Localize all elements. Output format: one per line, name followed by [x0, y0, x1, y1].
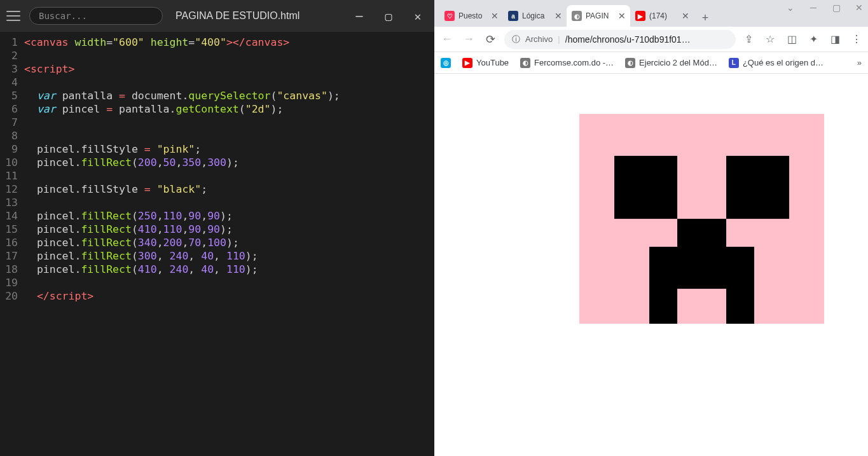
share-icon[interactable]: ⇪ [742, 33, 755, 45]
search-input[interactable]: Buscar... [29, 7, 163, 25]
code-content[interactable]: <canvas width="600" height="400"></canva… [22, 36, 434, 456]
forward-button[interactable]: → [461, 32, 476, 47]
browser-tab[interactable]: ▶(174)✕ [630, 5, 694, 27]
maximize-button[interactable]: ▢ [382, 10, 395, 23]
code-line [24, 169, 434, 183]
bookmark-favicon-icon: ◐ [520, 58, 530, 68]
bookmark-favicon-icon: L [729, 58, 739, 68]
tab-title: Lógica [522, 11, 550, 20]
code-line: pincel.fillRect(250,110,90,90); [24, 209, 434, 223]
tab-search-button[interactable]: ⌄ [784, 3, 797, 13]
code-line: </script> [24, 289, 434, 303]
tab-favicon-icon: ◐ [572, 11, 582, 21]
browser-toolbar: ← → ⟳ ⓘ Archivo | /home/chronos/u-710db9… [434, 27, 868, 52]
window-maximize-button[interactable]: ▢ [830, 3, 843, 13]
code-line [24, 49, 434, 62]
extension-icon[interactable]: ◫ [785, 33, 798, 45]
code-line [24, 276, 434, 289]
window-close-button[interactable]: ✕ [853, 3, 865, 13]
code-line: var pincel = pantalla.getContext("2d"); [24, 102, 434, 116]
browser-tab[interactable]: ♡Puesto✕ [439, 5, 503, 27]
page-viewport [434, 74, 868, 456]
close-button[interactable]: ✕ [411, 10, 424, 23]
bookmark-favicon-icon: ▶ [462, 58, 472, 68]
code-line: pincel.fillRect(340,200,70,100); [24, 236, 434, 249]
editor-filename: PAGINA DE ESTUDIO.html [172, 10, 344, 22]
tab-strip: ♡Puesto✕aLógica✕◐PAGIN✕▶(174)✕ + ⌄ ─ ▢ ✕ [434, 0, 868, 27]
browser-window: ♡Puesto✕aLógica✕◐PAGIN✕▶(174)✕ + ⌄ ─ ▢ ✕… [434, 0, 868, 456]
editor-titlebar: Buscar... PAGINA DE ESTUDIO.html ─ ▢ ✕ [0, 0, 434, 32]
reload-button[interactable]: ⟳ [483, 32, 498, 47]
code-line [24, 196, 434, 209]
bookmark-label: ¿Qué es el origen d… [743, 58, 823, 67]
back-button[interactable]: ← [439, 32, 455, 47]
tab-favicon-icon: a [508, 11, 518, 21]
code-line: var pantalla = document.querySelector("c… [24, 89, 434, 102]
info-icon: ⓘ [512, 34, 520, 45]
search-placeholder: Buscar... [39, 11, 87, 21]
code-line: <script> [24, 62, 434, 76]
code-line: pincel.fillRect(300, 240, 40, 110); [24, 249, 434, 263]
tab-title: Puesto [458, 11, 486, 20]
browser-tab[interactable]: ◐PAGIN✕ [567, 5, 630, 27]
bookmark-favicon-icon: ◎ [441, 58, 451, 68]
code-line [24, 76, 434, 89]
code-line: pincel.fillRect(410,110,90,90); [24, 223, 434, 236]
tab-close-icon[interactable]: ✕ [490, 11, 499, 20]
bookmark-label: Fercomse.com.do -… [534, 58, 614, 67]
menu-icon[interactable] [6, 11, 20, 21]
bookmark-item[interactable]: ◐Ejercicio 2 del Mód… [625, 58, 717, 68]
window-minimize-button[interactable]: ─ [807, 3, 820, 13]
tab-close-icon[interactable]: ✕ [554, 11, 563, 20]
tab-favicon-icon: ▶ [635, 11, 645, 21]
bookmark-item[interactable]: L¿Qué es el origen d… [729, 58, 823, 68]
code-editor-window: Buscar... PAGINA DE ESTUDIO.html ─ ▢ ✕ 1… [0, 0, 434, 456]
bookmark-label: YouTube [476, 58, 509, 67]
url-scheme-label: Archivo [525, 34, 553, 44]
bookmark-favicon-icon: ◐ [625, 58, 635, 68]
code-line: pincel.fillRect(200,50,350,300); [24, 156, 434, 169]
rendered-canvas [439, 79, 859, 359]
code-line: pincel.fillRect(410, 240, 40, 110); [24, 263, 434, 276]
sidepanel-icon[interactable]: ◨ [829, 33, 841, 45]
browser-tab[interactable]: aLógica✕ [503, 5, 567, 27]
minimize-button[interactable]: ─ [353, 10, 366, 23]
code-line [24, 116, 434, 129]
bookmark-star-icon[interactable]: ☆ [764, 33, 776, 45]
code-line: pincel.fillStyle = "black"; [24, 183, 434, 196]
url-text: /home/chronos/u-710db91f01… [565, 34, 691, 45]
tab-title: PAGIN [586, 11, 614, 20]
tab-favicon-icon: ♡ [444, 11, 455, 21]
bookmark-label: Ejercicio 2 del Mód… [639, 58, 717, 67]
address-bar[interactable]: ⓘ Archivo | /home/chronos/u-710db91f01… [504, 30, 736, 49]
tab-title: (174) [649, 11, 677, 20]
bookmark-item[interactable]: ◎ [441, 58, 451, 68]
extensions-puzzle-icon[interactable]: ✦ [807, 33, 820, 45]
code-line: pincel.fillStyle = "pink"; [24, 142, 434, 156]
tab-close-icon[interactable]: ✕ [617, 11, 626, 20]
bookmark-item[interactable]: ▶YouTube [462, 58, 509, 68]
bookmark-item[interactable]: ◐Fercomse.com.do -… [520, 58, 614, 68]
code-line: <canvas width="600" height="400"></canva… [24, 36, 434, 49]
code-area[interactable]: 1234567891011121314151617181920 <canvas … [0, 32, 434, 456]
code-line [24, 129, 434, 142]
bookmarks-overflow-icon[interactable]: » [857, 58, 862, 67]
window-controls: ─ ▢ ✕ [353, 10, 428, 23]
browser-menu-icon[interactable]: ⋮ [850, 33, 863, 45]
line-number-gutter: 1234567891011121314151617181920 [0, 36, 22, 456]
tab-close-icon[interactable]: ✕ [681, 11, 690, 20]
new-tab-button[interactable]: + [696, 9, 714, 27]
bookmarks-bar: ◎▶YouTube◐Fercomse.com.do -…◐Ejercicio 2… [434, 52, 868, 74]
